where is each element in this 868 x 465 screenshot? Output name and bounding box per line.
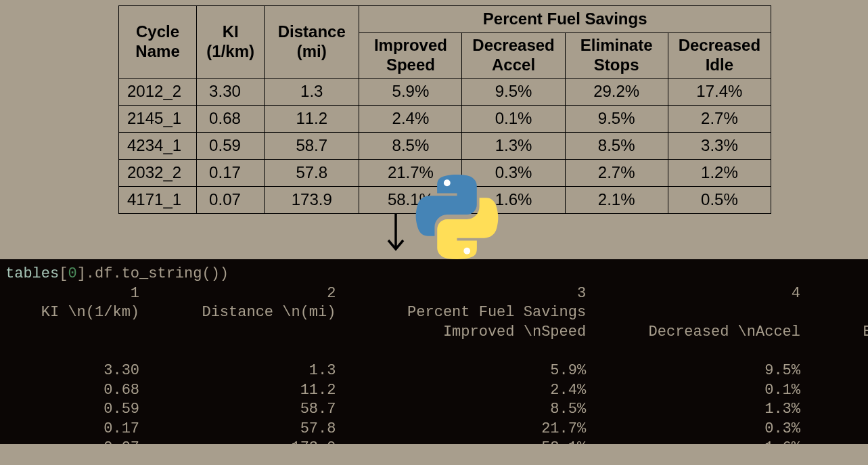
cell-name: 2032_2 — [119, 159, 197, 186]
svg-point-1 — [444, 179, 451, 186]
cell-ki: 0.17 — [197, 159, 265, 186]
header-cycle-name: Cycle Name — [119, 6, 197, 79]
cell-stops: 2.7% — [565, 159, 668, 186]
cell-idle: 3.3% — [668, 132, 771, 159]
cell-idle: 2.7% — [668, 105, 771, 132]
cell-stops: 2.1% — [565, 186, 668, 213]
table-row: 2012_23.301.35.9%9.5%29.2%17.4% — [119, 78, 771, 105]
terminal-output[interactable]: tables[0].df.to_string()) 1 2 3 4 5 KI \… — [0, 259, 868, 444]
header-eliminate-stops: Eliminate Stops — [565, 33, 668, 79]
cell-stops: 8.5% — [565, 132, 668, 159]
cell-dist: 11.2 — [265, 105, 359, 132]
header-savings-group: Percent Fuel Savings — [359, 6, 771, 33]
header-ki: KI (1/km) — [197, 6, 265, 79]
cell-name: 2012_2 — [119, 78, 197, 105]
table-row: 2145_10.6811.22.4%0.1%9.5%2.7% — [119, 105, 771, 132]
svg-point-2 — [463, 248, 470, 254]
header-distance: Distance (mi) — [265, 6, 359, 79]
cell-dist: 57.8 — [265, 159, 359, 186]
cell-accel: 0.1% — [462, 105, 565, 132]
table-row: 4234_10.5958.78.5%1.3%8.5%3.3% — [119, 132, 771, 159]
cell-speed: 5.9% — [359, 78, 462, 105]
arrow-down-icon — [386, 212, 406, 252]
cell-dist: 58.7 — [265, 132, 359, 159]
cell-idle: 1.2% — [668, 159, 771, 186]
header-decreased-accel: Decreased Accel — [462, 33, 565, 79]
header-improved-speed: Improved Speed — [359, 33, 462, 79]
cell-ki: 0.68 — [197, 105, 265, 132]
cell-accel: 9.5% — [462, 78, 565, 105]
cell-stops: 9.5% — [565, 105, 668, 132]
cell-ki: 0.07 — [197, 186, 265, 213]
cell-idle: 17.4% — [668, 78, 771, 105]
terminal-command: tables[0].df.to_string()) — [5, 265, 229, 282]
cell-speed: 8.5% — [359, 132, 462, 159]
cell-name: 2145_1 — [119, 105, 197, 132]
cell-dist: 173.9 — [265, 186, 359, 213]
cell-name: 4171_1 — [119, 186, 197, 213]
cell-name: 4234_1 — [119, 132, 197, 159]
cell-accel: 1.3% — [462, 132, 565, 159]
bottom-bar — [0, 444, 868, 465]
cell-idle: 0.5% — [668, 186, 771, 213]
cell-stops: 29.2% — [565, 78, 668, 105]
cell-ki: 0.59 — [197, 132, 265, 159]
cell-speed: 2.4% — [359, 105, 462, 132]
cell-dist: 1.3 — [265, 78, 359, 105]
cell-ki: 3.30 — [197, 78, 265, 105]
header-decreased-idle: Decreased Idle — [668, 33, 771, 79]
python-logo-icon — [405, 175, 509, 259]
